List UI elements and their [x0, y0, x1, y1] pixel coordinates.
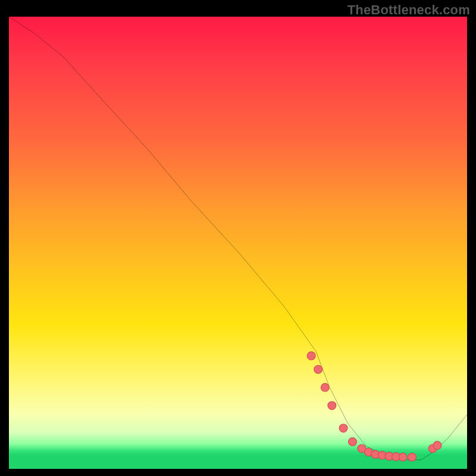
marker-dot — [328, 402, 336, 410]
marker-dot — [349, 438, 357, 446]
chart-frame: TheBottleneck.com — [0, 0, 476, 476]
curve-line — [9, 17, 467, 460]
plot-area — [9, 17, 467, 469]
highlighted-points — [307, 352, 441, 461]
marker-dot — [408, 453, 416, 461]
bottleneck-curve — [9, 17, 467, 460]
marker-dot — [321, 383, 329, 392]
marker-dot — [339, 424, 347, 433]
marker-dot — [399, 453, 407, 461]
watermark-text: TheBottleneck.com — [347, 2, 470, 18]
marker-dot — [307, 352, 315, 360]
marker-dot — [314, 365, 322, 374]
curve-layer — [9, 17, 467, 469]
marker-dot — [433, 441, 441, 450]
